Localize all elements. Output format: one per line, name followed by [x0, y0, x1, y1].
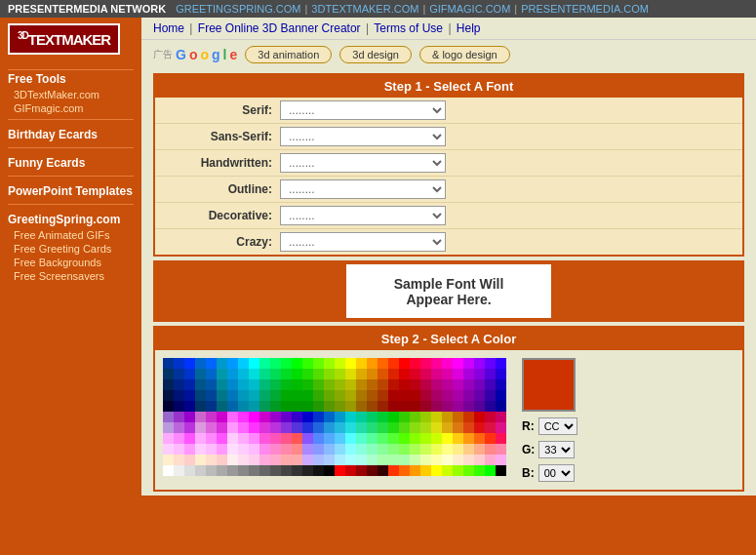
color-cell[interactable] — [367, 390, 378, 401]
color-cell[interactable] — [184, 444, 195, 455]
color-cell[interactable] — [302, 444, 313, 455]
color-cell[interactable] — [496, 455, 506, 465]
color-cell[interactable] — [324, 444, 335, 455]
color-cell[interactable] — [163, 465, 174, 476]
color-cell[interactable] — [302, 412, 313, 422]
color-cell[interactable] — [356, 369, 367, 379]
color-cell[interactable] — [206, 412, 217, 422]
color-cell[interactable] — [453, 379, 463, 390]
color-cell[interactable] — [324, 369, 335, 379]
color-cell[interactable] — [485, 358, 496, 369]
color-cell[interactable] — [356, 444, 367, 455]
color-cell[interactable] — [496, 358, 506, 369]
color-cell[interactable] — [485, 369, 496, 379]
color-cell[interactable] — [356, 390, 367, 401]
color-cell[interactable] — [249, 465, 259, 476]
color-cell[interactable] — [496, 433, 506, 444]
color-cell[interactable] — [195, 433, 206, 444]
color-cell[interactable] — [410, 379, 420, 390]
color-cell[interactable] — [249, 422, 259, 433]
color-cell[interactable] — [249, 390, 259, 401]
color-cell[interactable] — [335, 379, 345, 390]
color-cell[interactable] — [496, 401, 506, 412]
color-cell[interactable] — [302, 465, 313, 476]
color-cell[interactable] — [270, 433, 281, 444]
color-cell[interactable] — [259, 455, 270, 465]
color-cell[interactable] — [442, 401, 453, 412]
color-cell[interactable] — [388, 455, 399, 465]
color-cell[interactable] — [399, 465, 410, 476]
color-cell[interactable] — [259, 401, 270, 412]
color-cell[interactable] — [399, 379, 410, 390]
color-cell[interactable] — [431, 401, 442, 412]
color-cell[interactable] — [463, 412, 474, 422]
color-cell[interactable] — [345, 412, 356, 422]
color-cell[interactable] — [227, 401, 238, 412]
color-cell[interactable] — [292, 390, 302, 401]
color-cell[interactable] — [463, 390, 474, 401]
color-cell[interactable] — [227, 390, 238, 401]
color-cell[interactable] — [335, 422, 345, 433]
color-cell[interactable] — [367, 422, 378, 433]
b-value-select[interactable]: 00 — [538, 464, 575, 482]
color-cell[interactable] — [238, 422, 249, 433]
color-cell[interactable] — [174, 369, 184, 379]
color-cell[interactable] — [174, 401, 184, 412]
sidebar-link-gifmagic[interactable]: GIFmagic.com — [8, 101, 134, 115]
color-cell[interactable] — [356, 433, 367, 444]
color-cell[interactable] — [410, 412, 420, 422]
color-cell[interactable] — [259, 465, 270, 476]
color-cell[interactable] — [335, 390, 345, 401]
color-cell[interactable] — [442, 412, 453, 422]
color-cell[interactable] — [463, 369, 474, 379]
color-cell[interactable] — [195, 369, 206, 379]
color-cell[interactable] — [227, 412, 238, 422]
color-cell[interactable] — [292, 358, 302, 369]
color-cell[interactable] — [259, 444, 270, 455]
color-cell[interactable] — [313, 444, 324, 455]
color-cell[interactable] — [238, 390, 249, 401]
color-cell[interactable] — [227, 379, 238, 390]
color-cell[interactable] — [399, 433, 410, 444]
serif-select[interactable]: ........ — [280, 100, 446, 120]
color-cell[interactable] — [206, 390, 217, 401]
color-cell[interactable] — [453, 401, 463, 412]
color-cell[interactable] — [238, 369, 249, 379]
color-cell[interactable] — [388, 379, 399, 390]
color-cell[interactable] — [163, 379, 174, 390]
color-cell[interactable] — [463, 379, 474, 390]
color-cell[interactable] — [496, 422, 506, 433]
color-cell[interactable] — [335, 412, 345, 422]
color-cell[interactable] — [217, 390, 227, 401]
color-cell[interactable] — [367, 465, 378, 476]
color-cell[interactable] — [195, 444, 206, 455]
color-cell[interactable] — [367, 401, 378, 412]
color-cell[interactable] — [356, 358, 367, 369]
color-cell[interactable] — [410, 465, 420, 476]
color-cell[interactable] — [270, 465, 281, 476]
color-cell[interactable] — [281, 412, 292, 422]
color-cell[interactable] — [463, 465, 474, 476]
color-cell[interactable] — [453, 465, 463, 476]
color-cell[interactable] — [335, 369, 345, 379]
color-cell[interactable] — [345, 422, 356, 433]
color-cell[interactable] — [474, 358, 485, 369]
color-cell[interactable] — [496, 444, 506, 455]
color-cell[interactable] — [259, 390, 270, 401]
color-cell[interactable] — [474, 390, 485, 401]
color-cell[interactable] — [227, 358, 238, 369]
color-cell[interactable] — [356, 412, 367, 422]
color-cell[interactable] — [399, 358, 410, 369]
color-cell[interactable] — [356, 422, 367, 433]
color-cell[interactable] — [485, 433, 496, 444]
outline-select[interactable]: ........ — [280, 179, 446, 199]
color-cell[interactable] — [163, 358, 174, 369]
color-cell[interactable] — [313, 412, 324, 422]
color-cell[interactable] — [249, 369, 259, 379]
g-value-select[interactable]: 33 — [538, 441, 575, 458]
color-cell[interactable] — [410, 401, 420, 412]
color-cell[interactable] — [474, 455, 485, 465]
color-cell[interactable] — [399, 422, 410, 433]
color-cell[interactable] — [206, 444, 217, 455]
color-cell[interactable] — [174, 455, 184, 465]
